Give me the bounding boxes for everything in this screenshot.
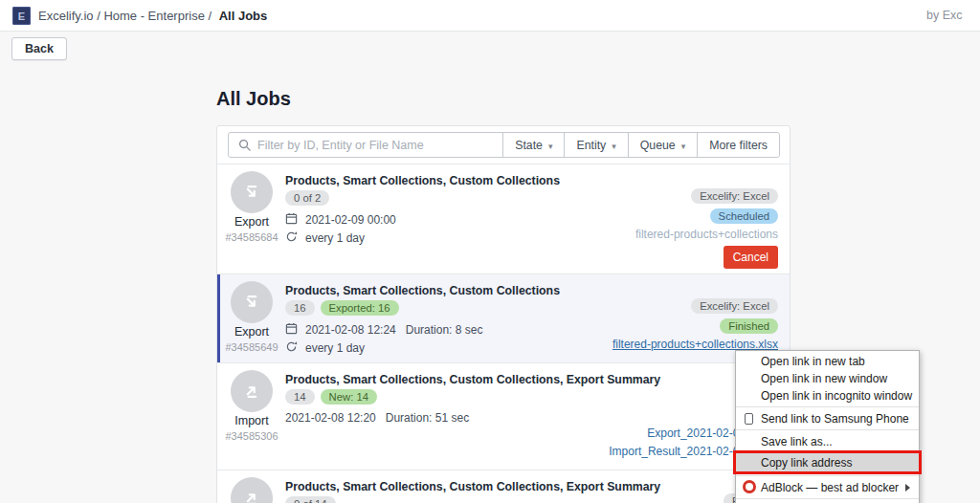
menu-item-label: Open link in incognito window: [761, 389, 912, 403]
entity-filter-label: Entity: [576, 139, 606, 152]
chevron-down-icon: [612, 139, 616, 152]
job-type: Export: [217, 215, 286, 229]
job-date: 2021-02-09 00:00: [305, 213, 396, 227]
count-badge: 16: [285, 300, 315, 316]
job-id: #34585306: [217, 430, 286, 442]
menu-item-open-link-incognito[interactable]: Open link in incognito window: [736, 388, 919, 403]
format-badge: Excelify: Excel: [691, 188, 778, 204]
topbar: E Excelify.io / Home - Enterprise / All …: [0, 0, 980, 32]
status-badge: Scheduled: [710, 208, 778, 224]
import-icon: [231, 477, 273, 503]
badge-group: 16 Exported: 16: [285, 300, 399, 316]
breadcrumb-path[interactable]: Excelify.io / Home - Enterprise /: [38, 9, 212, 23]
menu-item-label: Copy link address: [761, 456, 852, 470]
export-file-link[interactable]: Export_2021-02-08: [647, 426, 746, 440]
screen: E Excelify.io / Home - Enterprise / All …: [0, 0, 980, 503]
menu-item-send-link-to-phone[interactable]: Send link to Samsung Phone: [736, 411, 919, 426]
import-result-file-link[interactable]: Import_Result_2021-02-08: [609, 445, 746, 458]
repeat-icon: [285, 230, 298, 246]
menu-item-label: Open link in new window: [761, 372, 887, 385]
job-row-partial[interactable]: Products, Smart Collections, Custom Coll…: [217, 470, 790, 503]
chevron-down-icon: [548, 139, 553, 152]
job-recurrence: every 1 day: [305, 231, 365, 245]
schedule-line: 2021-02-08 12:24 Duration: 8 sec: [285, 322, 482, 338]
progress-badge: 0 of 2: [285, 190, 329, 206]
chevron-down-icon: [681, 139, 686, 152]
job-title: Products, Smart Collections, Custom Coll…: [285, 480, 660, 493]
menu-item-copy-link-address[interactable]: Copy link address: [736, 453, 919, 471]
job-row-import-34585306[interactable]: Import #34585306 Products, Smart Collect…: [217, 362, 790, 470]
menu-item-adblock[interactable]: AdBlock — best ad blocker: [736, 480, 919, 494]
import-icon: [231, 370, 273, 412]
menu-item-label: Save link as...: [761, 435, 833, 448]
export-icon: [231, 171, 273, 213]
result-badge: Exported: 16: [321, 300, 399, 316]
job-id: #34585649: [217, 341, 286, 353]
recurrence-line: every 1 day: [285, 340, 365, 356]
job-title: Products, Smart Collections, Custom Coll…: [285, 174, 560, 187]
menu-item-open-link-new-window[interactable]: Open link in new window: [736, 371, 919, 385]
cancel-button[interactable]: Cancel: [724, 246, 778, 269]
menu-item-open-link-new-tab[interactable]: Open link in new tab: [736, 354, 919, 368]
more-filters-label: More filters: [709, 139, 768, 152]
recurrence-line: every 1 day: [285, 230, 365, 246]
job-date: 2021-02-08 12:24: [305, 323, 396, 337]
format-badge: Excelify: Excel: [691, 298, 778, 314]
menu-item-save-link-as[interactable]: Save link as...: [736, 434, 919, 448]
menu-separator: [736, 406, 919, 407]
menu-item-label: AdBlock — best ad blocker: [761, 481, 899, 494]
job-row-export-34585649[interactable]: Export #34585649 Products, Smart Collect…: [217, 273, 790, 362]
status-badge: Finished: [720, 318, 778, 334]
state-filter-button[interactable]: State: [502, 133, 564, 157]
job-duration: Duration: 8 sec: [406, 323, 483, 337]
menu-separator: [736, 498, 919, 499]
count-badge: 14: [285, 389, 315, 405]
menu-item-label: Send link to Samsung Phone: [761, 412, 909, 426]
job-date: 2021-02-08 12:20: [285, 411, 376, 425]
badge-group: 14 New: 14: [285, 389, 377, 405]
breadcrumb: Excelify.io / Home - Enterprise / All Jo…: [38, 0, 267, 32]
job-title: Products, Smart Collections, Custom Coll…: [285, 373, 660, 386]
job-recurrence: every 1 day: [305, 341, 365, 355]
filter-bar: State Entity Queue More filters: [228, 132, 780, 158]
search-input[interactable]: [229, 133, 502, 157]
excelify-logo-icon[interactable]: E: [12, 7, 31, 25]
repeat-icon: [285, 340, 298, 356]
job-type: Import: [217, 414, 286, 427]
file-link[interactable]: filtered-products+collections.xlsx: [612, 338, 778, 351]
export-icon: [231, 281, 273, 323]
submenu-arrow-icon: [905, 484, 910, 492]
badge-group: 0 of 2: [285, 190, 329, 206]
adblock-icon: [743, 480, 756, 493]
search-field: [229, 133, 502, 157]
job-row-export-34585684[interactable]: Export #34585684 Products, Smart Collect…: [217, 164, 790, 273]
back-button[interactable]: Back: [11, 37, 67, 60]
phone-icon: [745, 413, 753, 425]
jobs-card: State Entity Queue More filters Export #…: [216, 125, 791, 503]
more-filters-button[interactable]: More filters: [697, 133, 779, 157]
menu-item-label: Open link in new tab: [761, 355, 865, 368]
job-duration: Duration: 51 sec: [386, 411, 469, 425]
result-badge: New: 14: [321, 389, 377, 405]
badge-group: 0 of 14: [285, 496, 336, 503]
queue-filter-label: Queue: [640, 139, 676, 152]
schedule-line: 2021-02-08 12:20 Duration: 51 sec: [285, 411, 469, 425]
context-menu: Open link in new tab Open link in new wi…: [735, 350, 920, 503]
entity-filter-button[interactable]: Entity: [564, 133, 627, 157]
menu-separator: [736, 429, 919, 430]
job-id: #34585684: [217, 231, 286, 243]
state-filter-label: State: [515, 139, 543, 152]
page-title: All Jobs: [216, 88, 291, 110]
search-icon: [237, 138, 252, 152]
menu-separator: [736, 475, 919, 476]
schedule-line: 2021-02-09 00:00: [285, 212, 396, 228]
job-title: Products, Smart Collections, Custom Coll…: [285, 284, 560, 297]
calendar-icon: [285, 322, 298, 338]
calendar-icon: [285, 212, 298, 228]
queue-filter-button[interactable]: Queue: [628, 133, 697, 157]
progress-badge: 0 of 14: [285, 496, 336, 503]
job-type: Export: [217, 325, 286, 339]
file-name: filtered-products+collections: [635, 228, 778, 241]
breadcrumb-current: All Jobs: [219, 9, 268, 23]
topbar-right-text: by Exc: [926, 0, 963, 32]
